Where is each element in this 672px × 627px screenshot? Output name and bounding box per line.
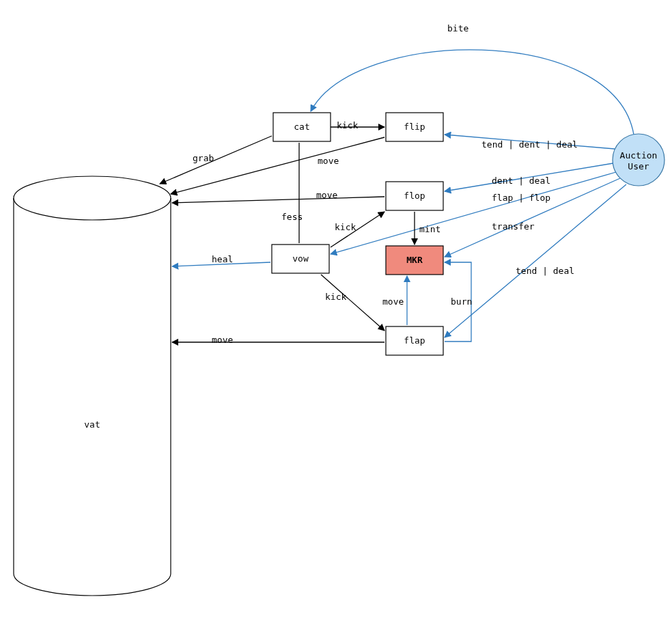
edge-grab [160, 136, 272, 184]
edge-burn-label: burn [451, 296, 472, 307]
edge-kick-cat-flip-label: kick [337, 120, 358, 130]
mkr-label: MKR [406, 255, 423, 265]
edge-kick-vow-flop-label: kick [335, 222, 356, 232]
node-mkr: MKR [386, 246, 443, 275]
edge-bite [311, 50, 634, 135]
edge-transfer [445, 178, 620, 257]
edge-move-flop-vat [172, 197, 384, 203]
edge-bite-label: bite [447, 23, 468, 33]
node-flop: flop [386, 182, 443, 210]
node-cat: cat [273, 113, 331, 141]
node-vow: vow [272, 245, 329, 273]
cat-label: cat [294, 122, 309, 132]
edge-move-flap-mkr-label: move [382, 296, 404, 307]
edge-kick-vow-flap [321, 275, 384, 331]
edge-tend-dent-deal-label: tend | dent | deal [481, 139, 578, 150]
edge-move-flop-vat-label: move [316, 190, 337, 200]
vow-label: vow [292, 253, 309, 264]
auction-user-line1: Auction [620, 150, 658, 161]
edge-move-flap-vat-label: move [212, 335, 233, 345]
node-vat: vat [14, 176, 171, 596]
edge-fess-label: fess [281, 212, 303, 222]
edge-move-flip-vat-label: move [318, 156, 339, 166]
edge-transfer-label: transfer [492, 221, 535, 232]
edge-kick-vow-flap-label: kick [325, 292, 346, 302]
flip-label: flip [404, 122, 425, 132]
edge-tend-deal [445, 184, 626, 337]
edge-flap-flop-label: flap | flop [492, 193, 550, 203]
flap-label: flap [404, 335, 425, 346]
node-flap: flap [386, 326, 443, 355]
edge-tend-deal-label: tend | deal [516, 266, 574, 276]
edge-heal-label: heal [212, 254, 233, 264]
edge-grab-label: grab [193, 153, 214, 163]
edge-dent-deal-label: dent | deal [492, 176, 550, 186]
vat-label: vat [84, 419, 100, 430]
edge-mint-label: mint [419, 224, 440, 234]
auction-user-line2: User [628, 161, 649, 171]
flop-label: flop [404, 191, 425, 201]
edge-flap-flop [331, 172, 616, 254]
node-auction-user: Auction User [613, 134, 664, 186]
node-flip: flip [386, 113, 443, 141]
diagram-canvas: vat Auction User cat flip flop vow MKR f… [0, 0, 672, 627]
